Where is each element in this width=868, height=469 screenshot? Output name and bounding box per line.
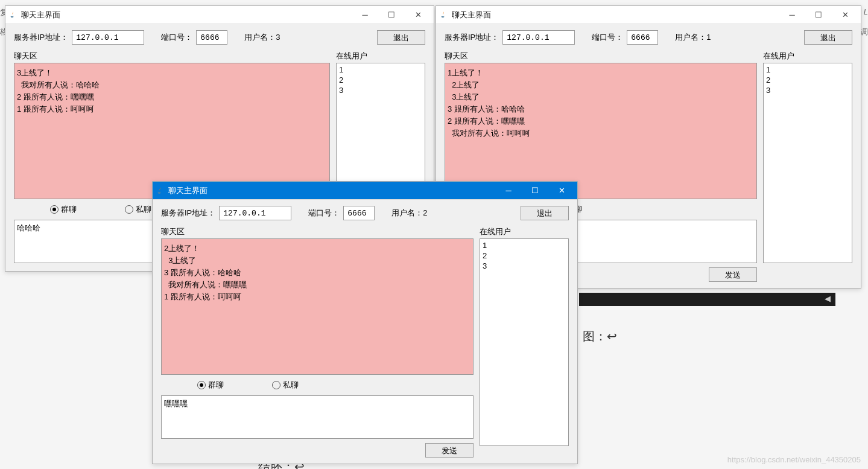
chat-area-label: 聊天区 <box>161 226 474 237</box>
server-ip-label: 服务器IP地址： <box>161 208 215 219</box>
user-list-item[interactable]: 2 <box>339 75 422 85</box>
chat-line: 我对所有人说：嘿嘿嘿 <box>164 279 470 291</box>
port-label: 端口号： <box>308 208 340 219</box>
send-row: 发送 <box>161 441 474 458</box>
radio-icon <box>272 381 280 389</box>
titlebar[interactable]: 聊天主界面 ─ ☐ ✕ <box>5 6 434 24</box>
watermark: https://blog.csdn.net/weixin_44350205 <box>727 455 861 464</box>
private-chat-radio-label: 私聊 <box>136 204 151 215</box>
user-list-item[interactable]: 1 <box>483 240 566 250</box>
scroll-left-arrow-icon: ◀ <box>825 294 831 303</box>
titlebar[interactable]: 聊天主界面 ─ ☐ ✕ <box>436 6 861 24</box>
private-chat-radio-label: 私聊 <box>283 380 299 391</box>
close-button[interactable]: ✕ <box>405 7 431 24</box>
chat-line: 1上线了！ <box>448 67 754 79</box>
close-button[interactable]: ✕ <box>548 182 575 199</box>
maximize-button[interactable]: ☐ <box>378 7 405 24</box>
chat-line: 我对所有人说：哈哈哈 <box>17 79 327 91</box>
background-dark-strip: ◀ <box>579 293 835 306</box>
body-columns: 聊天区2上线了！ 3上线了3 跟所有人说：哈哈哈 我对所有人说：嘿嘿嘿1 跟所有… <box>161 226 569 458</box>
chat-line: 2 跟所有人说：嘿嘿嘿 <box>448 115 754 127</box>
server-ip-input[interactable] <box>72 30 144 45</box>
users-column: 在线用户123 <box>763 51 852 282</box>
chat-area-label: 聊天区 <box>445 51 757 62</box>
exit-button[interactable]: 退出 <box>377 30 425 45</box>
window-content: 服务器IP地址： 端口号： 用户名：2 退出聊天区2上线了！ 3上线了3 跟所有… <box>153 200 577 464</box>
titlebar[interactable]: 聊天主界面 ─ ☐ ✕ <box>153 182 577 200</box>
chat-area[interactable]: 1上线了！ 2上线了 3上线了3 跟所有人说：哈哈哈2 跟所有人说：嘿嘿嘿 我对… <box>445 63 757 199</box>
chat-area[interactable]: 2上线了！ 3上线了3 跟所有人说：哈哈哈 我对所有人说：嘿嘿嘿1 跟所有人说：… <box>161 238 474 375</box>
private-chat-radio[interactable]: 私聊 <box>272 380 299 391</box>
minimize-button[interactable]: ─ <box>352 7 378 24</box>
chat-line: 3上线了 <box>164 255 470 267</box>
java-icon <box>155 186 165 196</box>
port-label: 端口号： <box>592 32 623 43</box>
chat-line: 3 跟所有人说：哈哈哈 <box>448 103 754 115</box>
radio-icon <box>197 381 206 389</box>
radio-icon <box>50 205 59 214</box>
user-list-item[interactable]: 3 <box>339 85 422 95</box>
send-button[interactable]: 发送 <box>425 443 474 458</box>
port-input[interactable] <box>343 206 375 220</box>
connection-bar: 服务器IP地址： 端口号： 用户名：3 退出 <box>14 30 425 45</box>
port-label: 端口号： <box>161 32 192 43</box>
chat-column: 聊天区2上线了！ 3上线了3 跟所有人说：哈哈哈 我对所有人说：嘿嘿嘿1 跟所有… <box>161 226 474 458</box>
port-input[interactable] <box>196 30 227 45</box>
user-list-item[interactable]: 2 <box>483 250 566 261</box>
chat-area[interactable]: 3上线了！ 我对所有人说：哈哈哈2 跟所有人说：嘿嘿嘿1 跟所有人说：呵呵呵 <box>14 63 330 199</box>
java-icon <box>439 10 448 20</box>
window-title: 聊天主界面 <box>21 10 352 21</box>
server-ip-input[interactable] <box>219 206 291 220</box>
window-title: 聊天主界面 <box>452 10 779 21</box>
private-chat-radio[interactable]: 私聊 <box>125 204 151 215</box>
maximize-button[interactable]: ☐ <box>522 182 548 199</box>
username-label: 用户名：1 <box>675 32 711 43</box>
exit-button[interactable]: 退出 <box>521 206 569 220</box>
online-users-label: 在线用户 <box>336 51 425 62</box>
user-list-item[interactable]: 3 <box>483 261 566 271</box>
online-users-list[interactable]: 123 <box>480 238 569 446</box>
minimize-button[interactable]: ─ <box>779 7 805 24</box>
connection-bar: 服务器IP地址： 端口号： 用户名：2 退出 <box>161 206 569 220</box>
window-title: 聊天主界面 <box>168 185 495 196</box>
online-users-label: 在线用户 <box>480 226 569 237</box>
message-input[interactable] <box>161 395 474 439</box>
server-ip-input[interactable] <box>502 30 575 45</box>
connection-bar: 服务器IP地址： 端口号： 用户名：1 退出 <box>445 30 852 45</box>
chat-line: 3上线了 <box>448 91 754 103</box>
send-button[interactable]: 发送 <box>709 267 757 282</box>
java-icon <box>8 10 17 20</box>
username-label: 用户名：2 <box>391 208 427 219</box>
chat-line: 2 跟所有人说：嘿嘿嘿 <box>17 91 327 103</box>
username-label: 用户名：3 <box>244 32 280 43</box>
group-chat-radio-label: 群聊 <box>208 380 224 391</box>
user-list-item[interactable]: 2 <box>766 75 849 85</box>
chat-line: 我对所有人说：呵呵呵 <box>448 127 754 139</box>
minimize-button[interactable]: ─ <box>495 182 522 199</box>
users-column: 在线用户123 <box>480 226 569 458</box>
user-list-item[interactable]: 3 <box>766 85 849 95</box>
maximize-button[interactable]: ☐ <box>805 7 832 24</box>
online-users-list[interactable]: 123 <box>763 63 852 263</box>
group-chat-radio[interactable]: 群聊 <box>50 204 77 215</box>
exit-button[interactable]: 退出 <box>804 30 852 45</box>
close-button[interactable]: ✕ <box>832 7 858 24</box>
edge-char: L <box>864 7 868 16</box>
user-list-item[interactable]: 1 <box>339 65 422 75</box>
chat-line: 1 跟所有人说：呵呵呵 <box>164 291 470 303</box>
port-input[interactable] <box>627 30 658 45</box>
chat-line: 2上线了 <box>448 79 754 91</box>
chat-line: 2上线了！ <box>164 243 470 255</box>
chat-line: 3 跟所有人说：哈哈哈 <box>164 267 470 279</box>
chat-line: 1 跟所有人说：呵呵呵 <box>17 103 327 115</box>
group-chat-radio-label: 群聊 <box>61 204 77 215</box>
server-ip-label: 服务器IP地址： <box>445 32 499 43</box>
chat-mode-radios: 群聊 私聊 <box>161 375 474 395</box>
server-ip-label: 服务器IP地址： <box>14 32 68 43</box>
user-list-item[interactable]: 1 <box>766 65 849 75</box>
radio-icon <box>125 205 133 214</box>
chat-window-2: 聊天主界面 ─ ☐ ✕ 服务器IP地址： 端口号： 用户名：2 退出聊天区2上线… <box>152 181 578 464</box>
chat-line: 3上线了！ <box>17 67 327 79</box>
online-users-label: 在线用户 <box>763 51 852 62</box>
group-chat-radio[interactable]: 群聊 <box>197 380 224 391</box>
